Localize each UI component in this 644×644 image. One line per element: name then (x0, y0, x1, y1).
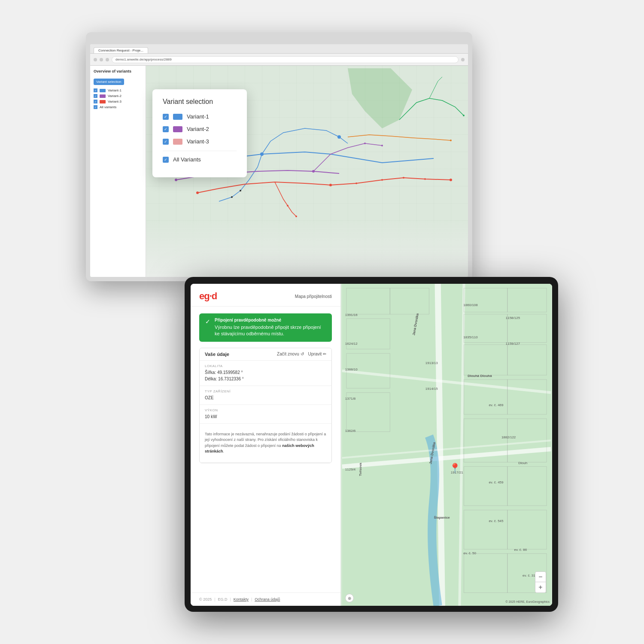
variant-selection-btn[interactable]: Variant selection (94, 79, 124, 85)
footer-link-kontakty[interactable]: Kontakty (234, 597, 249, 601)
all-variants-check[interactable]: ✓ (94, 105, 97, 109)
footer-company: EG.D (218, 597, 228, 601)
footer-year: © 2025 (199, 597, 212, 601)
variant-1-label: Variant-1 (108, 88, 122, 92)
svg-point-19 (463, 115, 465, 116)
popup-variant-2-label: Variant-2 (187, 126, 209, 132)
parcel-label-1371: 1371/8 (345, 397, 355, 401)
parcel-label-ev31: ev. č. 31 (522, 574, 535, 577)
popup-all-check[interactable]: ✓ (163, 157, 169, 163)
all-variants-label: All variants (100, 105, 116, 109)
svg-point-2 (337, 135, 341, 139)
tablet-device: eg·d Mapa připojitelnosti ✓ Připojení pr… (185, 277, 558, 612)
browser-menu-btn[interactable] (461, 58, 465, 61)
zoom-in-btn[interactable]: + (535, 582, 546, 592)
typ-value: OZE (205, 395, 326, 401)
parcel-label-1362: 1362/6 (345, 429, 355, 433)
success-title: Připojení pravděpodobně možné (215, 318, 326, 322)
parcel-label-1914: 1914/15 (425, 387, 438, 391)
data-card: Vaše údaje Začít znovu ↺ Upravit ✏ (199, 348, 332, 463)
success-banner-text: Připojení pravděpodobně možné Výrobnu lz… (215, 318, 326, 337)
sidebar-variant-3: ✓ Variant-3 (94, 100, 142, 103)
browser-bar: demo1.anwelle.de/app/process/2889 (90, 54, 468, 66)
variant-1-check[interactable]: ✓ (94, 88, 97, 92)
svg-point-8 (240, 190, 241, 191)
browser-url-bar[interactable]: demo1.anwelle.de/app/process/2889 (112, 56, 459, 63)
parcel-label-ev86: ev. č. 86 (514, 548, 527, 552)
edit-btn[interactable]: Upravit ✏ (308, 352, 326, 356)
success-banner: ✓ Připojení pravděpodobně možné Výrobnu … (199, 313, 332, 342)
lokalita-value-1: Šířka: 49.1599582 ° (205, 369, 326, 376)
svg-point-6 (312, 170, 315, 173)
data-card-actions: Začít znovu ↺ Upravit ✏ (277, 352, 326, 356)
popup-variant-3-label: Variant-3 (187, 138, 209, 145)
popup-variant-1-color (173, 114, 182, 120)
popup-variant-2-check[interactable]: ✓ (163, 126, 169, 132)
svg-rect-20 (342, 284, 551, 606)
data-card-header: Vaše údaje Začít znovu ↺ Upravit ✏ (200, 348, 331, 361)
popup-all-label: All Variants (173, 156, 201, 163)
popup-variant-3: ✓ Variant-3 (163, 138, 237, 145)
svg-point-9 (231, 196, 233, 198)
sidebar-title: Overview of variants (94, 69, 142, 73)
map-copyright: © 2025 HERE, EuroGeographics (506, 600, 550, 603)
variant-3-label: Variant-3 (108, 100, 122, 103)
disclaimer-section: Tato informace je nezávazná, nenahrazuje… (200, 424, 331, 463)
laptop-screen: Connection Request - Proje... demo1.anwe… (90, 44, 468, 277)
browser-back-btn[interactable] (94, 58, 97, 61)
variant-3-check[interactable]: ✓ (94, 100, 97, 103)
svg-point-7 (175, 179, 177, 181)
vykon-label: VÝKON (205, 408, 326, 412)
tablet-header: eg·d Mapa připojitelnosti (191, 284, 340, 307)
popup-all-variants: ✓ All Variants (163, 156, 237, 163)
compass-icon: ⊕ (345, 594, 354, 602)
popup-variant-1-check[interactable]: ✓ (163, 114, 169, 120)
variant-2-check[interactable]: ✓ (94, 94, 97, 98)
svg-point-15 (424, 178, 426, 180)
restart-btn[interactable]: Začít znovu ↺ (277, 352, 304, 356)
svg-point-3 (196, 191, 199, 194)
browser-tab[interactable]: Connection Request - Proje... (94, 47, 148, 53)
tablet-map-panel: 1391/16 1860/108 1624/12 1158/125 1388/1… (341, 284, 552, 606)
parcel-label-ev545: ev. č. 545 (489, 519, 503, 523)
sidebar-all-variants: ✓ All variants (94, 105, 142, 109)
footer-link-ochrana[interactable]: Ochrana údajů (255, 597, 280, 601)
variant-2-color (100, 94, 106, 98)
zoom-out-btn[interactable]: − (535, 572, 546, 582)
svg-point-5 (450, 179, 452, 181)
parcel-label-ev469: ev. č. 469 (489, 403, 503, 407)
variant-1-color (100, 89, 106, 92)
data-card-title: Vaše údaje (205, 352, 229, 357)
success-checkmark-icon: ✓ (205, 318, 210, 325)
svg-point-14 (403, 177, 404, 179)
svg-point-16 (364, 143, 366, 144)
label-tvrsova: Tvŕsova (358, 463, 362, 476)
disclaimer-text: Tato informace je nezávazná, nenahrazuje… (205, 427, 326, 459)
parcel-label-1860: 1860/108 (463, 303, 477, 307)
svg-point-17 (381, 145, 383, 146)
map-area: Overview of variants Variant selection ✓… (90, 66, 468, 277)
svg-point-18 (450, 140, 452, 141)
map-location-pin[interactable]: 📍 (449, 463, 461, 474)
browser-refresh-btn[interactable] (106, 58, 109, 61)
map-link[interactable]: Mapa připojitelnosti (295, 294, 332, 299)
label-dlouha: Dlouhá Dlouhá (468, 374, 492, 378)
vykon-value: 10 kW (205, 413, 326, 420)
egd-logo: eg·d (199, 291, 217, 302)
popup-variant-3-check[interactable]: ✓ (163, 139, 169, 145)
svg-point-10 (287, 205, 289, 207)
browser-tab-bar: Connection Request - Proje... (90, 44, 468, 54)
sidebar-variant-1: ✓ Variant-1 (94, 88, 142, 92)
parcel-label-1158: 1158/125 (506, 316, 520, 320)
parcel-label-ev50: ev. č. 50 (463, 551, 476, 555)
popup-divider (163, 151, 237, 151)
browser-fwd-btn[interactable] (100, 58, 103, 61)
parcel-label-1882: 1882/122 (501, 435, 516, 439)
success-text: Výrobnu lze pravděpodobně připojit skrze… (215, 324, 326, 337)
popup-title: Variant selection (163, 98, 237, 106)
parcel-label-1391: 1391/16 (345, 313, 358, 317)
tablet-footer: © 2025 | EG.D | Kontakty | Ochrana údajů (191, 592, 340, 606)
parcel-label-1159: 1159/127 (506, 342, 520, 346)
lokalita-value-2: Délka: 16.7312336 ° (205, 376, 326, 382)
variant-selection-popup: Variant selection ✓ Variant-1 ✓ Variant-… (152, 89, 247, 177)
